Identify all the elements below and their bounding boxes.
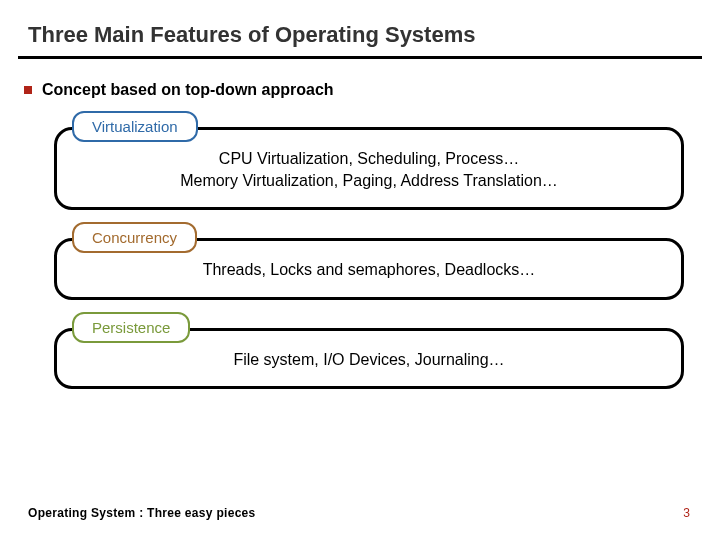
feature-label-persistence: Persistence [72, 312, 190, 343]
subheading-text: Concept based on top-down approach [42, 81, 334, 99]
feature-text: File system, I/O Devices, Journaling… [77, 349, 661, 371]
page-number: 3 [683, 506, 690, 520]
feature-label-concurrency: Concurrency [72, 222, 197, 253]
subheading-row: Concept based on top-down approach [0, 59, 720, 99]
feature-text: Threads, Locks and semaphores, Deadlocks… [77, 259, 661, 281]
feature-block-persistence: Persistence File system, I/O Devices, Jo… [54, 328, 684, 390]
footer-text: Operating System : Three easy pieces [28, 506, 256, 520]
feature-block-virtualization: Virtualization CPU Virtualization, Sched… [54, 127, 684, 210]
feature-text: Memory Virtualization, Paging, Address T… [77, 170, 661, 192]
feature-text: CPU Virtualization, Scheduling, Process… [77, 148, 661, 170]
feature-block-concurrency: Concurrency Threads, Locks and semaphore… [54, 238, 684, 300]
page-title: Three Main Features of Operating Systems [0, 0, 720, 56]
bullet-icon [24, 86, 32, 94]
feature-label-virtualization: Virtualization [72, 111, 198, 142]
